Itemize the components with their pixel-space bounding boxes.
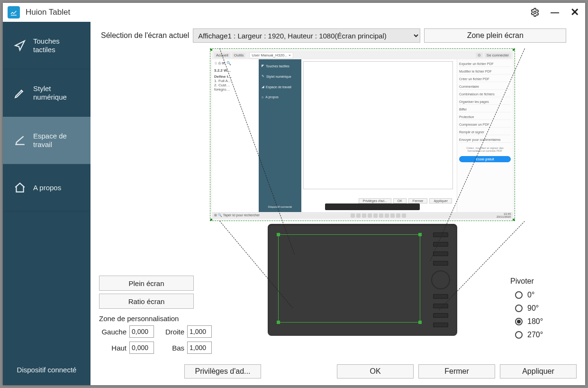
sidebar-item-label: Touches tactiles bbox=[33, 37, 83, 54]
settings-icon[interactable] bbox=[529, 7, 541, 18]
sidebar-item-pen[interactable]: Stylet numérique bbox=[3, 69, 90, 117]
tablet-handle-tr[interactable] bbox=[418, 233, 422, 236]
area-controls: Plein écran Ratio écran Zone de personna… bbox=[96, 48, 215, 356]
dialog-footer: Privilèges d'ad... OK Fermer Appliquer bbox=[90, 360, 585, 385]
rotate-option-180[interactable]: 180° bbox=[510, 315, 577, 328]
preview-area: AccueilOutils User Manual_H320... × ⊙ Se… bbox=[219, 48, 506, 356]
home-icon bbox=[13, 181, 27, 194]
tablet-dial bbox=[431, 270, 450, 289]
tablet-handle-br[interactable] bbox=[418, 321, 422, 324]
radio-icon bbox=[515, 291, 523, 299]
rotate-option-label: 180° bbox=[527, 317, 543, 326]
coord-label-bottom: Bas bbox=[161, 344, 184, 352]
coord-input-right[interactable] bbox=[187, 325, 212, 338]
privileges-button[interactable]: Privilèges d'ad... bbox=[184, 364, 261, 379]
apply-button[interactable]: Appliquer bbox=[500, 364, 577, 379]
tablet-key bbox=[433, 242, 448, 247]
screen-preview-content: AccueilOutils User Manual_H320... × ⊙ Se… bbox=[212, 51, 513, 219]
full-area-button[interactable]: Zone plein écran bbox=[424, 28, 566, 43]
app-window: Huion Tablet — ✕ Touches tactiles Stylet… bbox=[3, 3, 585, 385]
pen-icon bbox=[13, 86, 27, 100]
tablet-key bbox=[433, 251, 448, 256]
tablet-key bbox=[433, 294, 448, 299]
close-icon[interactable]: ✕ bbox=[569, 7, 580, 18]
sidebar-item-label: Espace de travail bbox=[33, 132, 83, 149]
screen-handle-tr[interactable] bbox=[513, 48, 515, 51]
coord-label-top: Haut bbox=[99, 344, 127, 352]
tablet-key bbox=[433, 261, 448, 266]
rotate-option-270[interactable]: 270° bbox=[510, 328, 577, 342]
tablet-key bbox=[433, 313, 448, 318]
rotate-option-90[interactable]: 90° bbox=[510, 302, 577, 315]
radio-icon bbox=[515, 318, 523, 325]
coord-grid: Gauche Droite Haut Bas bbox=[99, 325, 215, 354]
tablet-handle-bl[interactable] bbox=[277, 321, 280, 324]
radio-icon bbox=[515, 305, 523, 312]
main-panel: Sélection de l'écran actuel Affichage1 :… bbox=[90, 22, 585, 385]
rotate-option-label: 0° bbox=[527, 291, 534, 299]
sidebar-item-label: Stylet numérique bbox=[33, 84, 83, 102]
app-title: Huion Tablet bbox=[26, 8, 529, 17]
minimize-icon[interactable]: — bbox=[549, 7, 561, 18]
rotate-panel: Pivoter 0°90°180°270° bbox=[510, 48, 577, 356]
sidebar-item-touch-keys[interactable]: Touches tactiles bbox=[3, 22, 90, 69]
display-selection-label: Sélection de l'écran actuel bbox=[101, 31, 189, 40]
tablet-side-buttons bbox=[429, 232, 452, 327]
titlebar: Huion Tablet — ✕ bbox=[3, 3, 585, 22]
screen-handle-br[interactable] bbox=[513, 219, 515, 221]
radio-icon bbox=[515, 331, 523, 339]
rotate-title: Pivoter bbox=[510, 277, 577, 286]
display-selection-row: Sélection de l'écran actuel Affichage1 :… bbox=[90, 22, 585, 45]
coord-input-bottom[interactable] bbox=[187, 342, 212, 354]
rotate-option-label: 270° bbox=[527, 331, 543, 339]
coord-label-right: Droite bbox=[161, 328, 184, 336]
screen-ratio-button[interactable]: Ratio écran bbox=[99, 294, 194, 309]
sidebar: Touches tactiles Stylet numérique Espace… bbox=[3, 22, 90, 385]
screen-handle-bl[interactable] bbox=[210, 219, 212, 221]
device-status: Dispositif connecté bbox=[3, 359, 90, 385]
cursor-icon bbox=[13, 39, 27, 52]
tablet-preview[interactable] bbox=[268, 224, 457, 336]
coord-label-left: Gauche bbox=[99, 328, 127, 336]
tablet-handle-tl[interactable] bbox=[277, 233, 280, 236]
rotate-option-label: 90° bbox=[527, 304, 539, 313]
custom-area-label: Zone de personnalisation bbox=[99, 314, 215, 323]
sidebar-item-label: A propos bbox=[33, 184, 83, 192]
svg-point-0 bbox=[534, 11, 536, 14]
window-controls: — ✕ bbox=[529, 7, 580, 18]
workspace-icon bbox=[13, 134, 27, 147]
display-select[interactable]: Affichage1 : Largeur : 1920, Hauteur : 1… bbox=[193, 28, 420, 43]
coord-input-top[interactable] bbox=[129, 342, 154, 354]
tablet-active-area[interactable] bbox=[278, 234, 420, 323]
app-icon bbox=[8, 6, 20, 18]
tablet-key bbox=[433, 323, 448, 327]
rotate-option-0[interactable]: 0° bbox=[510, 288, 577, 302]
screen-preview[interactable]: AccueilOutils User Manual_H320... × ⊙ Se… bbox=[210, 48, 515, 221]
coord-input-left[interactable] bbox=[129, 325, 154, 338]
ok-button[interactable]: OK bbox=[337, 364, 414, 379]
sidebar-item-about[interactable]: A propos bbox=[3, 164, 90, 212]
close-button[interactable]: Fermer bbox=[418, 364, 495, 379]
sidebar-item-workspace[interactable]: Espace de travail bbox=[3, 117, 90, 164]
fullscreen-button[interactable]: Plein écran bbox=[99, 276, 194, 291]
